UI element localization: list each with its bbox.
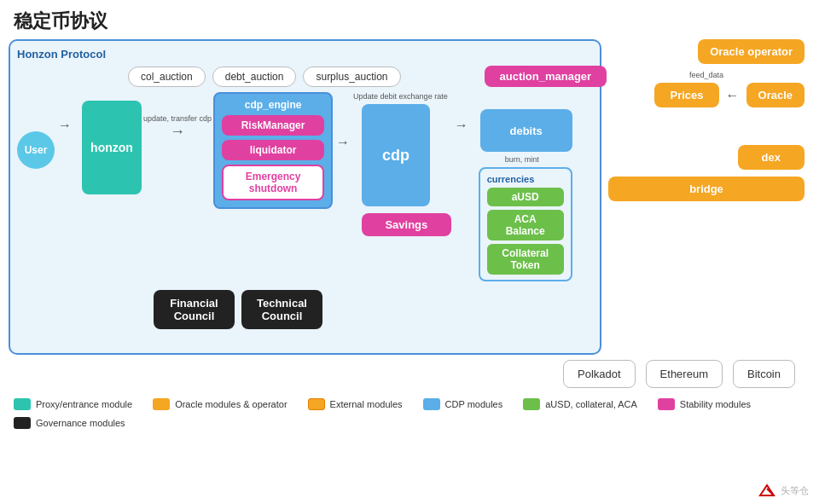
- page-title: 稳定币协议: [0, 0, 819, 39]
- legend-governance: Governance modules: [14, 417, 125, 429]
- oracle-operator-box: Oracle operator: [698, 39, 804, 64]
- legend-color-oracle: [153, 398, 170, 410]
- surplus-auction-box: surplus_auction: [303, 67, 400, 87]
- ausd-box: aUSD: [487, 188, 564, 206]
- financial-council-box: Financial Council: [154, 290, 235, 329]
- risk-manager-box: RiskManager: [222, 115, 324, 136]
- legend-stability: Stability modules: [658, 398, 751, 410]
- legend-color-cdp: [423, 398, 440, 410]
- watermark-text: 头等仓: [781, 484, 809, 497]
- legend-proxy: Proxy/entrance module: [14, 398, 132, 410]
- watermark: 头等仓: [757, 484, 809, 497]
- legend-color-ausd: [523, 398, 540, 410]
- legend-cdp: CDP modules: [423, 398, 503, 410]
- legend-text-external: External modules: [330, 399, 403, 409]
- legend-text-oracle: Oracle modules & operator: [175, 399, 287, 409]
- watermark-icon: [757, 484, 777, 497]
- debits-box: debits: [480, 109, 572, 152]
- legend-external: External modules: [308, 398, 403, 410]
- cdp-to-debits-arrow: →: [451, 118, 472, 133]
- currencies-box: currencies aUSD ACA Balance Collateral T…: [479, 167, 572, 281]
- technical-council-box: Technical Council: [241, 290, 322, 329]
- user-to-honzon-arrow: →: [55, 118, 75, 133]
- auction-manager-box: auction_manager: [485, 66, 607, 87]
- polkadot-box: Polkadot: [563, 360, 636, 388]
- cdp-engine-label: cdp_engine: [222, 99, 324, 111]
- bitcoin-box: Bitcoin: [733, 360, 795, 388]
- legend-ausd: aUSD, collateral, ACA: [523, 398, 637, 410]
- honzon-protocol-label: Honzon Protocol: [17, 48, 593, 61]
- user-node: User: [17, 131, 55, 169]
- feed-data-label: feed_data: [689, 71, 723, 79]
- col-auction-box: col_auction: [128, 67, 206, 87]
- debt-auction-box: debt_auction: [212, 67, 297, 87]
- burn-mint-label: burn, mint: [472, 155, 572, 164]
- update-label: update, transfer cdp: [143, 114, 212, 123]
- emergency-shutdown-box: Emergency shutdown: [222, 165, 324, 200]
- update-debit-label: Update debit exchange rate: [353, 92, 451, 101]
- engine-to-cdp-arrow: →: [333, 135, 353, 150]
- legend-text-proxy: Proxy/entrance module: [36, 399, 132, 409]
- savings-box: Savings: [362, 213, 451, 236]
- dex-box: dex: [738, 145, 804, 170]
- currencies-label: currencies: [487, 174, 564, 184]
- legend-color-external: [308, 398, 325, 410]
- legend-text-cdp: CDP modules: [445, 399, 503, 409]
- prices-to-oracle-arrow: ←: [726, 88, 740, 103]
- bridge-box: bridge: [608, 177, 804, 201]
- collateral-box: Collateral Token: [487, 244, 564, 275]
- legend-oracle: Oracle modules & operator: [153, 398, 287, 410]
- ethereum-box: Ethereum: [646, 360, 723, 388]
- legend-color-proxy: [14, 398, 31, 410]
- legend-color-stability: [658, 398, 675, 410]
- prices-oracle-row: Prices ← Oracle: [654, 83, 804, 107]
- cdp-engine-box: cdp_engine RiskManager liquidator Emerge…: [213, 92, 333, 209]
- honzon-protocol-box: Honzon Protocol col_auction debt_auction…: [9, 39, 601, 355]
- oracle-box: Oracle: [746, 83, 804, 107]
- prices-box: Prices: [654, 83, 718, 107]
- legend-text-governance: Governance modules: [36, 418, 125, 428]
- legend: Proxy/entrance module Oracle modules & o…: [0, 391, 819, 429]
- cdp-box: cdp: [362, 104, 430, 206]
- aca-balance-box: ACA Balance: [487, 210, 564, 240]
- legend-color-governance: [14, 417, 31, 429]
- legend-text-stability: Stability modules: [680, 399, 751, 409]
- blockchain-row: Polkadot Ethereum Bitcoin: [0, 360, 819, 388]
- right-column: Oracle operator feed_data Prices ← Oracl…: [608, 39, 804, 201]
- liquidator-box: liquidator: [222, 140, 324, 160]
- honzon-module: honzon: [82, 101, 142, 194]
- legend-text-ausd: aUSD, collateral, ACA: [545, 399, 637, 409]
